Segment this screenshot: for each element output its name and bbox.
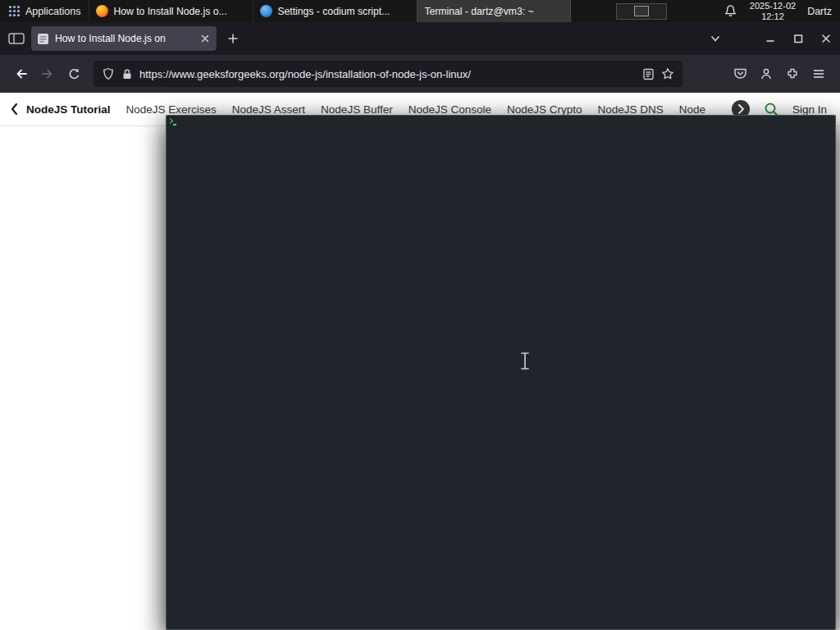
hamburger-menu-icon: [812, 68, 825, 80]
sign-in-button[interactable]: Sign In: [792, 103, 827, 116]
maximize-icon: [793, 34, 803, 43]
site-nav-item[interactable]: NodeJS Exercises: [126, 103, 217, 116]
list-all-tabs-button[interactable]: [704, 27, 727, 50]
navigation-toolbar: https://www.geeksforgeeks.org/node-js/in…: [0, 55, 840, 93]
bell-icon: [724, 4, 737, 18]
site-nav-item[interactable]: NodeJS Console: [409, 103, 491, 116]
window-maximize-button[interactable]: [784, 22, 812, 55]
reload-button[interactable]: [61, 61, 87, 87]
browser-tab[interactable]: How to Install Node.js on: [31, 26, 217, 51]
firefox-view-button[interactable]: [8, 32, 25, 45]
account-icon: [760, 67, 773, 80]
window-button-label: How to Install Node.js o...: [113, 6, 226, 17]
chevron-down-icon: [710, 33, 721, 44]
nav-scroll-left-button[interactable]: [10, 103, 18, 116]
tab-close-button[interactable]: [199, 33, 211, 44]
close-icon: [820, 33, 832, 44]
vscodium-icon: [260, 5, 272, 17]
account-button[interactable]: [753, 61, 779, 87]
site-nav-item[interactable]: NodeJS Tutorial: [26, 103, 111, 116]
panel-window-button[interactable]: How to Install Node.js o...: [89, 0, 253, 22]
window-button-label: Terminal - dartz@vm3: ~: [424, 6, 533, 17]
top-panel: Applications How to Install Node.js o...…: [0, 0, 840, 22]
pocket-icon: [733, 67, 747, 80]
panel-window-button[interactable]: Terminal - dartz@vm3: ~: [417, 0, 571, 22]
window-button-label: Settings - codium script...: [277, 6, 390, 17]
url-text[interactable]: https://www.geeksforgeeks.org/node-js/in…: [139, 68, 636, 80]
back-arrow-icon: [14, 66, 29, 81]
firefox-icon: [96, 5, 108, 17]
chevron-left-icon: [10, 103, 18, 116]
minimize-icon: [765, 33, 776, 44]
firefox-view-icon: [8, 32, 25, 45]
lock-icon[interactable]: [121, 68, 133, 80]
forward-arrow-icon: [40, 66, 55, 81]
pocket-button[interactable]: [727, 61, 753, 87]
close-icon: [199, 33, 211, 44]
mouse-cursor-ibeam: [520, 352, 530, 370]
app-menu-button[interactable]: [806, 61, 832, 87]
site-nav-item[interactable]: NodeJS DNS: [598, 103, 664, 116]
browser-window-controls: [756, 22, 840, 55]
url-bar[interactable]: https://www.geeksforgeeks.org/node-js/in…: [94, 61, 682, 87]
tab-favicon: [37, 33, 49, 45]
forward-button[interactable]: [34, 61, 61, 87]
back-button[interactable]: [8, 61, 34, 87]
site-nav-items: NodeJS TutorialNodeJS ExercisesNodeJS As…: [26, 103, 723, 116]
bookmark-star-icon[interactable]: [661, 67, 674, 80]
new-tab-button[interactable]: [221, 27, 244, 50]
panel-window-button[interactable]: Settings - codium script...: [253, 0, 417, 22]
panel-window-buttons: How to Install Node.js o...Settings - co…: [89, 0, 571, 22]
applications-icon: [8, 5, 21, 17]
clock-time: 12:12: [750, 11, 796, 22]
tab-bar: How to Install Node.js on: [0, 22, 840, 55]
workspace-window-thumb: [634, 6, 649, 16]
site-nav-item[interactable]: NodeJS Buffer: [321, 103, 393, 116]
site-nav-item[interactable]: Node: [679, 103, 705, 116]
plus-icon: [226, 32, 240, 45]
clock[interactable]: 2025-12-02 12:12: [750, 1, 796, 21]
reader-mode-icon[interactable]: [642, 68, 655, 80]
applications-label: Applications: [25, 6, 80, 17]
site-nav-item[interactable]: NodeJS Crypto: [507, 103, 582, 116]
clock-date: 2025-12-02: [750, 1, 796, 11]
extensions-button[interactable]: [779, 61, 806, 87]
applications-menu-button[interactable]: Applications: [0, 0, 89, 22]
extensions-puzzle-icon: [786, 67, 799, 80]
window-minimize-button[interactable]: [756, 22, 784, 55]
user-menu[interactable]: Dartz: [807, 6, 832, 17]
desktop: Applications How to Install Node.js o...…: [0, 0, 840, 630]
reload-icon: [67, 67, 81, 81]
site-nav-item[interactable]: NodeJS Assert: [232, 103, 305, 116]
notifications-button[interactable]: [724, 4, 737, 18]
tracking-shield-icon[interactable]: [102, 67, 115, 80]
window-close-button[interactable]: [812, 22, 840, 55]
workspace-switcher[interactable]: [616, 3, 667, 20]
tab-title: How to Install Node.js on: [55, 33, 194, 44]
